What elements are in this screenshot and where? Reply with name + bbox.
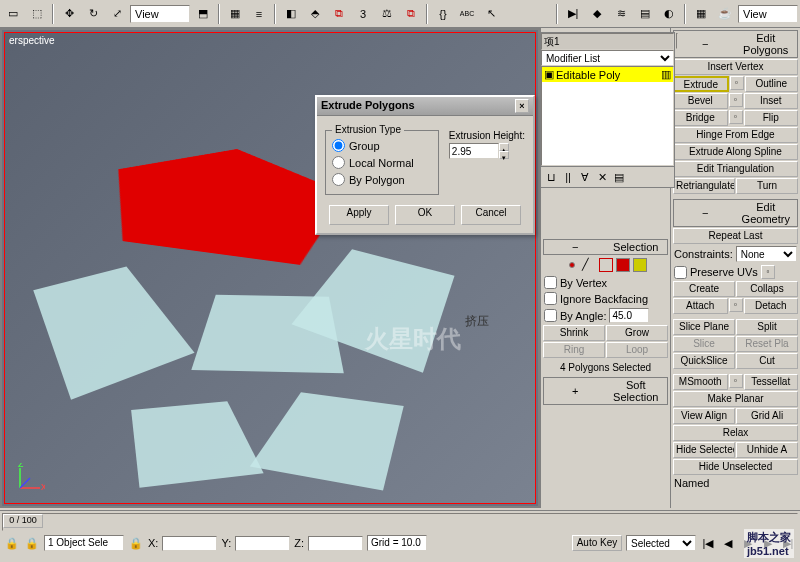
loop-button[interactable]: Loop <box>606 342 668 358</box>
bevel-settings-button[interactable]: ▫ <box>729 93 743 107</box>
relax-button[interactable]: Relax <box>673 425 798 441</box>
tool-rotate-icon[interactable]: ↻ <box>82 3 104 25</box>
tool-scale-icon[interactable]: ⤢ <box>106 3 128 25</box>
material-icon[interactable]: ◐ <box>658 3 680 25</box>
slice-button[interactable]: Slice <box>673 336 735 352</box>
object-name-input[interactable] <box>541 33 674 50</box>
preserve-uvs-checkbox[interactable] <box>674 266 687 279</box>
group-radio[interactable] <box>332 139 345 152</box>
hinge-button[interactable]: Hinge From Edge <box>673 127 798 143</box>
show-result-icon[interactable]: || <box>560 169 576 185</box>
edit-tri-button[interactable]: Edit Triangulation <box>673 161 798 177</box>
lock-icon[interactable]: 🔒 <box>4 535 20 551</box>
bridge-button[interactable]: Bridge <box>673 110 728 126</box>
ring-button[interactable]: Ring <box>543 342 605 358</box>
by-polygon-radio[interactable] <box>332 173 345 186</box>
tool-named-icon[interactable]: ≡ <box>248 3 270 25</box>
unique-icon[interactable]: ∀ <box>577 169 593 185</box>
spinner-up-icon[interactable]: ▲ <box>499 143 509 151</box>
turn-button[interactable]: Turn <box>736 178 798 194</box>
keymode-dropdown[interactable]: Selected <box>626 535 696 551</box>
selected-polygon[interactable] <box>76 139 353 272</box>
extrude-settings-button[interactable]: ▫ <box>730 76 744 90</box>
apply-button[interactable]: Apply <box>329 205 389 225</box>
percent-snap-icon[interactable]: ⚖ <box>376 3 398 25</box>
extrude-spline-button[interactable]: Extrude Along Spline <box>673 144 798 160</box>
collapse-button[interactable]: Collaps <box>736 281 798 297</box>
pin-stack-icon[interactable]: ⊔ <box>543 169 559 185</box>
constraints-dropdown[interactable]: None <box>736 246 797 262</box>
tool-manip-icon[interactable]: ⬒ <box>192 3 214 25</box>
insert-vertex-button[interactable]: Insert Vertex <box>673 59 798 75</box>
make-planar-button[interactable]: Make Planar <box>673 391 798 407</box>
view-dropdown-2[interactable]: View <box>738 5 798 23</box>
tool-keyboard-icon[interactable]: ▦ <box>224 3 246 25</box>
edit-polygons-header[interactable]: −Edit Polygons <box>673 30 798 58</box>
preserve-uvs-settings[interactable]: ▫ <box>761 265 775 279</box>
timeline[interactable]: 0 / 100 <box>2 513 798 531</box>
modifier-stack[interactable]: ▣Editable Poly▥ <box>541 66 674 166</box>
soft-selection-header[interactable]: +Soft Selection <box>543 377 668 405</box>
grow-button[interactable]: Grow <box>606 325 668 341</box>
grid-align-button[interactable]: Grid Ali <box>736 408 798 424</box>
unhide-button[interactable]: Unhide A <box>736 442 798 458</box>
by-vertex-checkbox[interactable] <box>544 276 557 289</box>
split-button[interactable]: Split <box>736 319 798 335</box>
tool-mirror-icon[interactable]: ◧ <box>280 3 302 25</box>
create-button[interactable]: Create <box>673 281 735 297</box>
snap-toggle-icon[interactable]: ⧉ <box>328 3 350 25</box>
prev-frame-icon[interactable]: ◀ <box>720 535 736 551</box>
outline-button[interactable]: Outline <box>745 76 799 92</box>
spinner-snap-icon[interactable]: ⧉ <box>400 3 422 25</box>
lock2-icon[interactable]: 🔒 <box>24 535 40 551</box>
layers-icon[interactable]: ≋ <box>610 3 632 25</box>
tool-align-icon[interactable]: ⬘ <box>304 3 326 25</box>
slice-plane-button[interactable]: Slice Plane <box>673 319 735 335</box>
goto-start-icon[interactable]: |◀ <box>700 535 716 551</box>
bridge-settings-button[interactable]: ▫ <box>729 110 743 124</box>
tessellate-button[interactable]: Tessellat <box>744 374 799 390</box>
ignore-backfacing-checkbox[interactable] <box>544 292 557 305</box>
by-angle-checkbox[interactable] <box>544 309 557 322</box>
attach-settings-button[interactable]: ▫ <box>729 298 743 312</box>
edit-geometry-header[interactable]: −Edit Geometry <box>673 199 798 227</box>
undo-view-icon[interactable]: ▶| <box>562 3 584 25</box>
tool-link-icon[interactable]: ⬚ <box>26 3 48 25</box>
polygon-subobj-icon[interactable] <box>616 258 630 272</box>
extrude-button[interactable]: Extrude <box>673 76 729 92</box>
timeline-marker[interactable]: 0 / 100 <box>3 514 43 528</box>
border-subobj-icon[interactable] <box>599 258 613 272</box>
msmooth-settings-button[interactable]: ▫ <box>729 374 743 388</box>
close-icon[interactable]: × <box>515 99 529 113</box>
retriangulate-button[interactable]: Retriangulate <box>673 178 735 194</box>
attach-button[interactable]: Attach <box>673 298 728 314</box>
hide-selected-button[interactable]: Hide Selected <box>673 442 735 458</box>
remove-mod-icon[interactable]: ✕ <box>594 169 610 185</box>
inset-button[interactable]: Inset <box>744 93 799 109</box>
x-input[interactable] <box>162 536 217 551</box>
detach-button[interactable]: Detach <box>744 298 799 314</box>
tool-move-icon[interactable]: ✥ <box>58 3 80 25</box>
hide-unselected-button[interactable]: Hide Unselected <box>673 459 798 475</box>
abc-icon[interactable]: ABC <box>456 3 478 25</box>
redo-view-icon[interactable]: ◆ <box>586 3 608 25</box>
tool-select-icon[interactable]: ▭ <box>2 3 24 25</box>
element-subobj-icon[interactable] <box>633 258 647 272</box>
extrusion-height-input[interactable] <box>449 143 499 159</box>
edit-named-icon[interactable]: {} <box>432 3 454 25</box>
autokey-button[interactable]: Auto Key <box>572 535 622 551</box>
edge-subobj-icon[interactable]: ╱ <box>582 258 596 272</box>
object-color-swatch[interactable] <box>676 33 678 49</box>
repeat-last-button[interactable]: Repeat Last <box>673 228 798 244</box>
dialog-titlebar[interactable]: Extrude Polygons × <box>317 97 533 116</box>
reset-plane-button[interactable]: Reset Pla <box>736 336 798 352</box>
z-input[interactable] <box>308 536 363 551</box>
arrow-icon[interactable]: ↖ <box>480 3 502 25</box>
lock3-icon[interactable]: 🔒 <box>128 535 144 551</box>
modifier-list-dropdown[interactable]: Modifier List <box>541 50 674 66</box>
ok-button[interactable]: OK <box>395 205 455 225</box>
configure-icon[interactable]: ▤ <box>611 169 627 185</box>
selection-header[interactable]: −Selection <box>543 239 668 255</box>
schematic-icon[interactable]: ▤ <box>634 3 656 25</box>
msmooth-button[interactable]: MSmooth <box>673 374 728 390</box>
